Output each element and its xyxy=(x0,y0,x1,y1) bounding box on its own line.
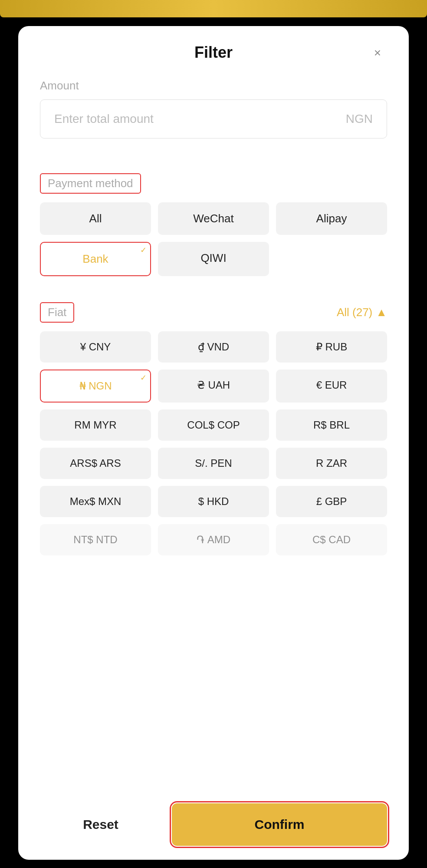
fiat-chip-cny-label: ¥ CNY xyxy=(80,341,111,353)
amount-input[interactable] xyxy=(54,112,346,126)
fiat-chip-uah[interactable]: ₴ UAH xyxy=(158,370,269,403)
fiat-currency-grid: ¥ CNY ₫ VND ₽ RUB ₦ NGN ✓ ₴ UAH xyxy=(40,331,387,555)
fiat-chip-vnd[interactable]: ₫ VND xyxy=(158,331,269,363)
reset-button[interactable]: Reset xyxy=(40,803,161,846)
screen: Filter × Amount NGN Payment method All W… xyxy=(0,0,427,868)
payment-chip-alipay-label: Alipay xyxy=(316,212,347,225)
payment-method-label: Payment method xyxy=(40,173,141,194)
top-bar xyxy=(0,0,427,17)
amount-label: Amount xyxy=(40,79,387,92)
payment-chip-all-label: All xyxy=(89,212,102,225)
fiat-chip-mxn-label: Mex$ MXN xyxy=(70,495,122,507)
fiat-chip-ngn[interactable]: ₦ NGN ✓ xyxy=(40,370,151,403)
fiat-chip-ars[interactable]: ARS$ ARS xyxy=(40,448,151,479)
payment-method-section: Payment method All WeChat Alipay Bank ✓ xyxy=(40,173,387,289)
fiat-chip-cop[interactable]: COL$ COP xyxy=(158,409,269,441)
amount-section: Amount NGN xyxy=(40,79,387,160)
fiat-chip-ngn-label: ₦ NGN xyxy=(79,380,112,392)
fiat-chip-cop-label: COL$ COP xyxy=(187,419,240,431)
bottom-bar: Reset Confirm xyxy=(40,793,387,860)
fiat-chip-zar-label: R ZAR xyxy=(316,457,347,469)
fiat-all-button[interactable]: All (27) ▲ xyxy=(337,306,387,319)
fiat-label: Fiat xyxy=(40,302,74,323)
fiat-chip-myr-label: RM MYR xyxy=(74,419,116,431)
fiat-chip-zar[interactable]: R ZAR xyxy=(276,448,387,479)
modal-header: Filter × xyxy=(40,43,387,62)
fiat-chip-amd[interactable]: ֏ AMD xyxy=(158,524,269,555)
fiat-chip-mxn[interactable]: Mex$ MXN xyxy=(40,486,151,517)
payment-method-grid: All WeChat Alipay Bank ✓ QIWI xyxy=(40,202,387,276)
fiat-chip-ntd-label: NT$ NTD xyxy=(73,534,117,545)
payment-chip-wechat-label: WeChat xyxy=(193,212,233,225)
fiat-chip-hkd[interactable]: $ HKD xyxy=(158,486,269,517)
fiat-chip-ntd[interactable]: NT$ NTD xyxy=(40,524,151,555)
payment-chip-qiwi[interactable]: QIWI xyxy=(158,242,269,276)
fiat-chip-gbp-label: £ GBP xyxy=(316,495,347,507)
fiat-chip-ars-label: ARS$ ARS xyxy=(70,457,121,469)
fiat-chip-cad[interactable]: C$ CAD xyxy=(276,524,387,555)
payment-chip-wechat[interactable]: WeChat xyxy=(158,202,269,235)
bank-checkmark: ✓ xyxy=(140,245,147,255)
fiat-all-label: All (27) xyxy=(337,306,372,319)
fiat-chip-cny[interactable]: ¥ CNY xyxy=(40,331,151,363)
fiat-chip-rub-label: ₽ RUB xyxy=(316,341,347,353)
modal-title: Filter xyxy=(194,43,233,62)
fiat-section: Fiat All (27) ▲ ¥ CNY ₫ VND ₽ RUB xyxy=(40,302,387,564)
fiat-chip-brl[interactable]: R$ BRL xyxy=(276,409,387,441)
confirm-button[interactable]: Confirm xyxy=(172,803,387,846)
fiat-chevron-icon: ▲ xyxy=(376,306,387,319)
fiat-chip-brl-label: R$ BRL xyxy=(313,419,350,431)
amount-input-wrapper: NGN xyxy=(40,99,387,139)
fiat-chip-hkd-label: $ HKD xyxy=(198,495,229,507)
fiat-chip-vnd-label: ₫ VND xyxy=(198,341,229,353)
payment-chip-bank[interactable]: Bank ✓ xyxy=(40,242,151,276)
payment-chip-all[interactable]: All xyxy=(40,202,151,235)
fiat-chip-myr[interactable]: RM MYR xyxy=(40,409,151,441)
fiat-chip-gbp[interactable]: £ GBP xyxy=(276,486,387,517)
fiat-chip-cad-label: C$ CAD xyxy=(312,534,351,545)
filter-modal: Filter × Amount NGN Payment method All W… xyxy=(18,26,409,860)
currency-label: NGN xyxy=(346,112,373,126)
fiat-chip-pen-label: S/. PEN xyxy=(195,457,232,469)
ngn-checkmark: ✓ xyxy=(140,373,147,383)
fiat-chip-amd-label: ֏ AMD xyxy=(197,534,230,545)
fiat-chip-eur-label: € EUR xyxy=(316,379,347,391)
fiat-chip-pen[interactable]: S/. PEN xyxy=(158,448,269,479)
payment-chip-alipay[interactable]: Alipay xyxy=(276,202,387,235)
fiat-header: Fiat All (27) ▲ xyxy=(40,302,387,323)
fiat-chip-uah-label: ₴ UAH xyxy=(197,379,230,391)
close-button[interactable]: × xyxy=(368,43,387,63)
payment-chip-qiwi-label: QIWI xyxy=(200,251,226,264)
payment-chip-bank-label: Bank xyxy=(82,252,108,265)
fiat-chip-rub[interactable]: ₽ RUB xyxy=(276,331,387,363)
fiat-chip-eur[interactable]: € EUR xyxy=(276,370,387,403)
